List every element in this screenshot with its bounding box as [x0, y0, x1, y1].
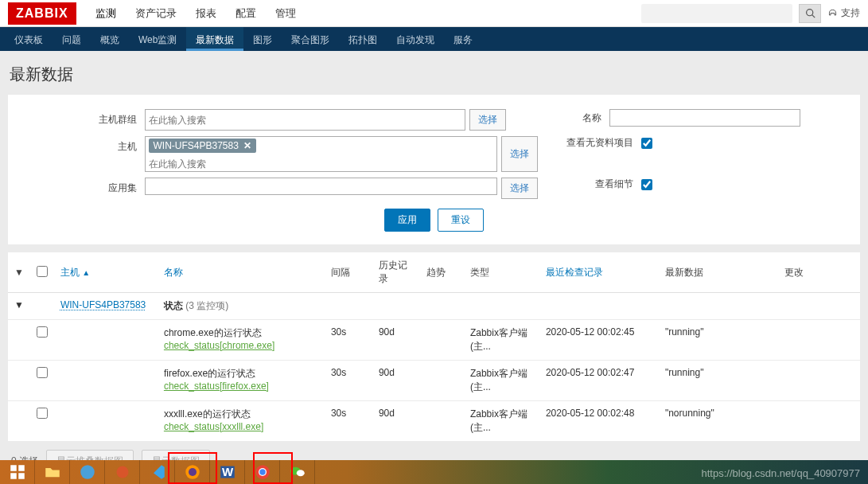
task-app1[interactable] [105, 460, 140, 484]
sort-asc-icon: ▲ [82, 268, 90, 277]
col-trends: 趋势 [420, 252, 464, 293]
subnav-overview[interactable]: 概览 [91, 27, 129, 51]
item-key[interactable]: check_status[xxxlll.exe] [164, 421, 263, 432]
application-select-button[interactable]: 选择 [501, 178, 538, 199]
subnav-latest[interactable]: 最新数据 [186, 27, 243, 51]
start-button[interactable] [0, 460, 35, 484]
host-input[interactable] [149, 158, 493, 170]
support-link[interactable]: 支持 [827, 6, 860, 20]
nav-inventory[interactable]: 资产记录 [126, 0, 186, 28]
cell-lastcheck: 2020-05-12 00:02:47 [539, 361, 659, 401]
edge-icon [80, 464, 95, 480]
host-tag[interactable]: WIN-UFS4PB37583 ✕ [149, 139, 256, 153]
task-wechat[interactable] [280, 460, 315, 484]
logo[interactable]: ZABBIX [8, 2, 76, 25]
application-input[interactable] [145, 178, 497, 195]
nav-reports[interactable]: 报表 [186, 0, 226, 28]
task-explorer[interactable] [35, 460, 70, 484]
svg-point-0 [806, 10, 812, 16]
windows-taskbar: W [0, 460, 868, 484]
subnav-services[interactable]: 服务 [444, 27, 482, 51]
name-input[interactable] [609, 109, 800, 127]
word-icon: W [220, 464, 235, 480]
host-tag-remove[interactable]: ✕ [243, 140, 251, 151]
apply-button[interactable]: 应用 [384, 209, 430, 232]
cell-type: Zabbix客户端(主... [464, 361, 539, 401]
row-checkbox[interactable] [37, 367, 48, 378]
hostgroup-select-button[interactable]: 选择 [469, 109, 506, 131]
task-firefox[interactable] [175, 460, 210, 484]
nav-admin[interactable]: 管理 [266, 0, 306, 28]
row-checkbox[interactable] [37, 326, 48, 338]
expand-all-toggle[interactable]: ▼ [8, 252, 30, 293]
col-name[interactable]: 名称 [164, 267, 183, 278]
topbar: ZABBIX 监测 资产记录 报表 配置 管理 支持 [0, 0, 868, 27]
reset-button[interactable]: 重设 [438, 209, 484, 232]
sub-nav: 仪表板 问题 概览 Web监测 最新数据 图形 聚合图形 拓扑图 自动发现 服务 [0, 27, 868, 51]
windows-icon [10, 464, 25, 480]
task-chrome[interactable] [245, 460, 280, 484]
show-no-data-checkbox[interactable] [641, 138, 652, 149]
table-row: chrome.exe的运行状态check_status[chrome.exe] … [8, 320, 860, 361]
show-details-checkbox[interactable] [641, 179, 652, 190]
subnav-maps[interactable]: 拓扑图 [339, 27, 387, 51]
host-multiselect[interactable]: WIN-UFS4PB37583 ✕ [145, 136, 497, 172]
item-key[interactable]: check_status[chrome.exe] [164, 340, 274, 351]
row-checkbox[interactable] [37, 408, 48, 419]
subnav-dashboard[interactable]: 仪表板 [5, 27, 53, 51]
col-type: 类型 [464, 252, 539, 293]
host-link[interactable]: WIN-UFS4PB37583 [60, 299, 146, 310]
task-edge[interactable] [70, 460, 105, 484]
data-panel: ▼ 主机 ▲ 名称 间隔 历史记录 趋势 类型 最近检查记录 最新数据 更改 ▼ [8, 252, 860, 442]
group-toggle[interactable]: ▼ [8, 293, 30, 320]
select-all-checkbox[interactable] [37, 266, 48, 277]
svg-point-6 [80, 465, 95, 479]
data-table: ▼ 主机 ▲ 名称 间隔 历史记录 趋势 类型 最近检查记录 最新数据 更改 ▼ [8, 252, 860, 442]
subnav-web[interactable]: Web监测 [129, 27, 186, 51]
subnav-graphs[interactable]: 图形 [243, 27, 282, 51]
hostgroup-multiselect[interactable] [145, 109, 465, 131]
cell-lastvalue: "running" [659, 361, 778, 401]
svg-point-9 [189, 468, 197, 476]
hostgroup-input[interactable] [149, 115, 461, 126]
task-vscode[interactable] [140, 460, 175, 484]
svg-rect-4 [10, 473, 17, 479]
support-label: 支持 [841, 6, 860, 20]
svg-rect-5 [18, 473, 25, 479]
cell-history: 90d [372, 320, 420, 361]
app-icon [115, 464, 130, 480]
cell-type: Zabbix客户端(主... [464, 320, 539, 361]
nav-config[interactable]: 配置 [226, 0, 266, 28]
col-lastcheck[interactable]: 最近检查记录 [546, 267, 603, 278]
cell-lastcheck: 2020-05-12 00:02:45 [539, 320, 659, 361]
top-nav: 监测 资产记录 报表 配置 管理 [86, 0, 641, 28]
page-body: 最新数据 主机群组 选择 名称 [0, 51, 868, 484]
nav-monitor[interactable]: 监测 [86, 0, 126, 28]
folder-icon [45, 464, 60, 480]
subnav-screens[interactable]: 聚合图形 [282, 27, 339, 51]
group-count: (3 监控项) [185, 300, 228, 311]
host-select-button[interactable]: 选择 [501, 136, 538, 172]
label-name: 名称 [530, 111, 609, 125]
item-name: firefox.exe的运行状态 [164, 368, 255, 379]
global-search-button[interactable] [799, 4, 821, 23]
svg-rect-3 [18, 465, 25, 471]
label-show-details: 查看细节 [562, 178, 641, 191]
host-tag-label: WIN-UFS4PB37583 [154, 140, 239, 151]
col-history: 历史记录 [372, 252, 420, 293]
col-host[interactable]: 主机 ▲ [60, 267, 90, 278]
chrome-icon [255, 464, 271, 480]
group-row: ▼ WIN-UFS4PB37583 状态 (3 监控项) [8, 293, 860, 320]
search-icon [805, 8, 815, 18]
item-key[interactable]: check_status[firefox.exe] [164, 381, 269, 392]
headset-icon [827, 8, 838, 18]
svg-point-16 [296, 470, 304, 476]
cell-interval: 30s [325, 320, 372, 361]
label-hostgroup: 主机群组 [68, 109, 145, 127]
subnav-discovery[interactable]: 自动发现 [387, 27, 444, 51]
subnav-problems[interactable]: 问题 [53, 27, 91, 51]
task-word[interactable]: W [210, 460, 245, 484]
item-name: xxxlll.exe的运行状态 [164, 408, 251, 420]
firefox-icon [185, 464, 200, 480]
global-search-input[interactable] [641, 4, 792, 23]
